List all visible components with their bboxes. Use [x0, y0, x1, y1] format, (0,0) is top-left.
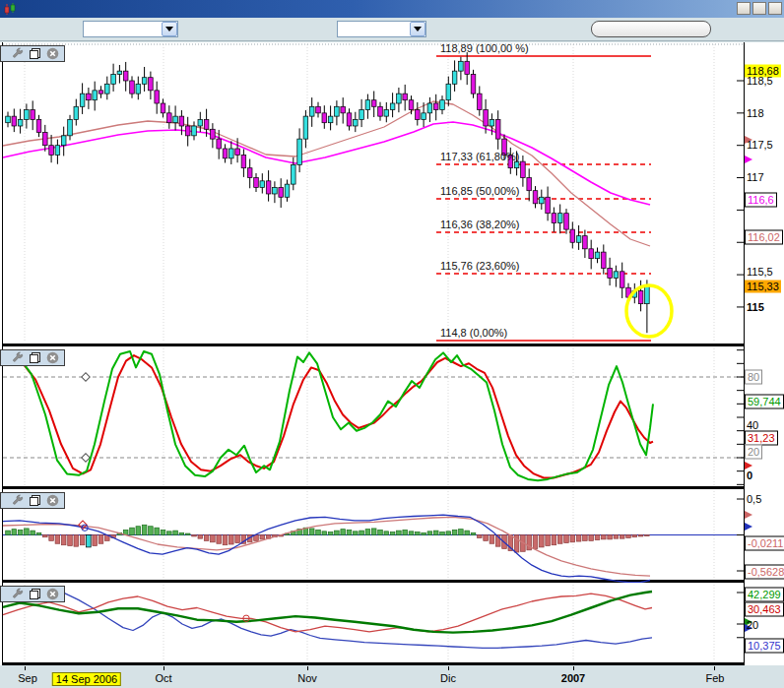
axis-label: 117	[747, 171, 764, 184]
maximize-button[interactable]	[752, 2, 766, 15]
dtoscillator-panel[interactable]: 8059,7444031,23200	[0, 346, 784, 489]
time-axis-tick	[25, 666, 26, 670]
period-dropdown[interactable]	[337, 21, 426, 37]
dto-panel-header	[0, 349, 65, 366]
settings-wrench-icon[interactable]	[11, 351, 24, 364]
price-panel[interactable]: 118,89 (100,00 %)117,33 (61,80%)116,85 (…	[0, 42, 784, 346]
axis-label: 116,02	[745, 230, 783, 245]
time-axis-label: Sep	[18, 672, 37, 684]
time-axis-label: Nov	[297, 672, 317, 684]
prorealtime-window: 118,89 (100,00 %)117,33 (61,80%)116,85 (…	[0, 0, 784, 688]
axis-label: 80	[745, 370, 762, 385]
time-axis-tick	[163, 666, 164, 670]
axis-label: 118,5	[747, 75, 773, 88]
axis-label: 115	[747, 301, 764, 314]
axis-label: 116,6	[745, 193, 777, 208]
fibonacci-level-label: 118,89 (100,00 %)	[440, 42, 529, 54]
axis-label: 31,23	[745, 431, 778, 446]
dto-chart-canvas[interactable]	[0, 346, 784, 489]
chevron-down-icon[interactable]	[410, 22, 425, 36]
axis-label: 20	[747, 619, 758, 632]
axis-label: -0,5628	[745, 565, 784, 580]
selected-date-label: 14 Sep 2006	[52, 672, 121, 686]
axis-label: 115,33	[745, 281, 781, 293]
time-axis: Sep14 Sep 2006OctNovDic2007Feb	[0, 665, 784, 688]
dmi-chart-canvas[interactable]	[0, 583, 784, 665]
range-dropdown[interactable]	[83, 21, 178, 37]
detach-window-icon[interactable]	[29, 494, 41, 507]
close-button[interactable]	[768, 2, 782, 15]
indicator-backtest-button[interactable]	[591, 21, 711, 37]
time-axis-tick	[714, 666, 715, 670]
axis-label: -0,0211	[745, 536, 784, 551]
fibonacci-level-label: 117,33 (61,80%)	[440, 151, 520, 162]
axis-label: 0	[747, 469, 752, 482]
macd-chart-canvas[interactable]	[0, 489, 784, 583]
copyright-notice	[5, 328, 11, 340]
axis-label: 30,463	[745, 602, 784, 617]
time-axis-tick	[307, 666, 308, 670]
detach-window-icon[interactable]	[29, 588, 41, 600]
settings-wrench-icon[interactable]	[11, 47, 24, 60]
close-panel-icon[interactable]	[46, 494, 59, 507]
chart-toolbar	[0, 18, 784, 41]
fibonacci-level-label: 115,76 (23,60%)	[440, 260, 520, 272]
time-axis-tick	[573, 666, 574, 670]
macd-panel[interactable]: 0,5-0,0211-0,5628	[0, 489, 784, 583]
macd-panel-header	[0, 492, 65, 509]
chevron-down-icon[interactable]	[162, 22, 177, 36]
time-axis-label: Oct	[155, 672, 171, 684]
window-titlebar	[0, 0, 784, 18]
settings-wrench-icon[interactable]	[11, 494, 24, 507]
close-panel-icon[interactable]	[46, 47, 59, 60]
close-panel-icon[interactable]	[46, 588, 59, 600]
axis-label: 0,5	[747, 493, 761, 506]
axis-label: 10,375	[745, 639, 784, 654]
axis-label: 118	[747, 107, 764, 120]
time-axis-label: 2007	[561, 672, 585, 684]
fibonacci-level-label: 116,85 (50,00%)	[440, 185, 520, 197]
detach-window-icon[interactable]	[29, 351, 41, 364]
axis-label: 42,299	[745, 588, 784, 602]
fibonacci-level-label: 114,8 (0,00%)	[440, 327, 507, 339]
price-chart-canvas[interactable]	[0, 42, 784, 346]
directional-movement-panel[interactable]: 42,29930,4632010,375	[0, 583, 784, 665]
minimize-button[interactable]	[737, 2, 751, 15]
time-axis-label: Feb	[706, 672, 725, 684]
fibonacci-level-label: 116,36 (38,20%)	[440, 219, 520, 230]
time-axis-label: Dic	[440, 672, 456, 684]
window-controls	[737, 2, 782, 15]
axis-label: 117,5	[747, 139, 773, 152]
time-axis-tick	[448, 666, 449, 670]
dmi-panel-header	[0, 586, 65, 602]
detach-window-icon[interactable]	[29, 47, 41, 60]
axis-label: 59,744	[745, 395, 784, 409]
close-panel-icon[interactable]	[46, 351, 59, 364]
axis-label: 115,5	[747, 266, 773, 279]
app-icon	[3, 3, 18, 16]
axis-label: 20	[745, 445, 762, 460]
candles-group	[6, 52, 649, 333]
settings-wrench-icon[interactable]	[11, 588, 24, 600]
price-panel-header	[0, 45, 65, 62]
